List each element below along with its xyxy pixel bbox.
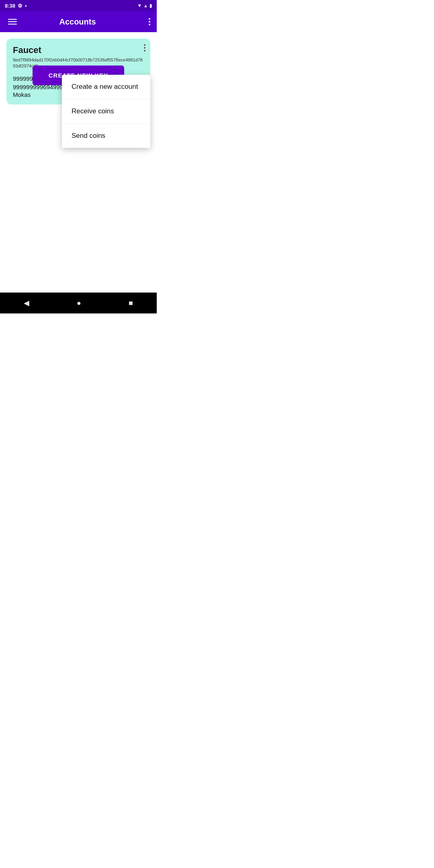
receive-coins-item[interactable]: Receive coins [62, 99, 150, 124]
card-overflow-menu-button[interactable] [144, 44, 145, 51]
account-name: Faucet [13, 45, 144, 55]
signal-icon: ▲ [143, 3, 148, 8]
create-new-account-item[interactable]: Create a new account [62, 75, 150, 99]
send-coins-item[interactable]: Send coins [62, 124, 150, 148]
navigation-bar: ◀ ● ■ [0, 293, 157, 313]
status-left: 8:38 ⚙ ▪ [5, 3, 27, 9]
status-right: ▼ ▲ ▮ [137, 3, 152, 8]
recent-apps-button[interactable]: ■ [129, 299, 133, 307]
hamburger-menu-button[interactable] [6, 17, 18, 26]
time-display: 8:38 [5, 3, 15, 9]
wifi-icon: ▼ [137, 3, 142, 8]
back-button[interactable]: ◀ [24, 299, 29, 307]
dropdown-menu: Create a new account Receive coins Send … [62, 75, 150, 148]
overflow-menu-button[interactable] [149, 18, 150, 25]
app-bar: Accounts [0, 11, 157, 32]
battery-icon: ▮ [149, 3, 152, 8]
page-title: Accounts [18, 17, 137, 27]
sd-icon: ▪ [25, 3, 27, 9]
home-button[interactable]: ● [77, 299, 81, 307]
status-bar: 8:38 ⚙ ▪ ▼ ▲ ▮ [0, 0, 157, 11]
main-content: Faucet 9ed7f9894dad170f2eb0d44cf70b00718… [0, 32, 157, 117]
settings-icon: ⚙ [18, 3, 23, 9]
